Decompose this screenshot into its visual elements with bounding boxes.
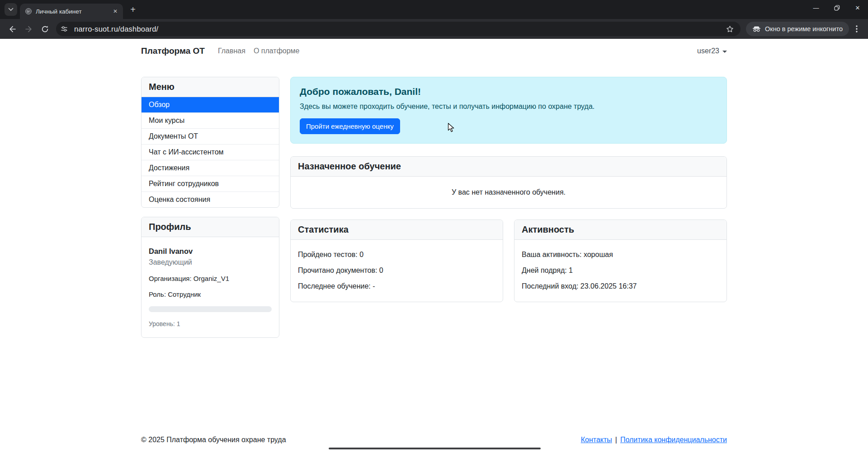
tab-close-button[interactable]: ✕ bbox=[111, 7, 119, 15]
chevron-down-icon bbox=[8, 8, 14, 11]
sidebar-menu-item[interactable]: Оценка состояния bbox=[142, 191, 279, 207]
assigned-training-title: Назначенное обучение bbox=[291, 157, 726, 177]
statistics-row: Пройдено тестов: 0 bbox=[298, 251, 495, 259]
statistics-row: Прочитано документов: 0 bbox=[298, 266, 495, 275]
assigned-training-empty: У вас нет назначенного обучения. bbox=[291, 177, 726, 208]
webpage: Платформа ОТ Главная О платформе user23 … bbox=[0, 39, 868, 453]
profile-role: Роль: Сотрудник bbox=[149, 290, 272, 298]
welcome-text: Здесь вы можете проходить обучение, тест… bbox=[300, 103, 717, 111]
sidebar-menu-item[interactable]: Чат с ИИ-ассистентом bbox=[142, 144, 279, 160]
activity-row: Последний вход: 23.06.2025 16:37 bbox=[522, 282, 719, 290]
arrow-right-icon bbox=[25, 25, 33, 33]
daily-assessment-button[interactable]: Пройти ежедневную оценку bbox=[300, 118, 400, 134]
profile-level: Уровень: 1 bbox=[149, 320, 272, 327]
statistics-title: Статистика bbox=[291, 220, 503, 240]
statistics-card: Статистика Пройдено тестов: 0Прочитано д… bbox=[290, 219, 503, 302]
footer-link-contacts[interactable]: Контакты bbox=[581, 436, 612, 444]
menu-card-title: Меню bbox=[142, 77, 279, 97]
menu-card: Меню Обзор Мои курсы Документы ОТ Чат с … bbox=[141, 77, 279, 208]
activity-title: Активность bbox=[514, 220, 726, 240]
window-restore-button[interactable] bbox=[826, 0, 847, 15]
profile-position: Заведующий bbox=[149, 258, 272, 266]
copyright-text: © 2025 Платформа обучения охране труда bbox=[141, 436, 286, 444]
arrow-left-icon bbox=[9, 25, 16, 33]
activity-row: Ваша активность: хорошая bbox=[522, 251, 719, 259]
level-progress-bar bbox=[149, 306, 272, 312]
site-navbar: Платформа ОТ Главная О платформе user23 bbox=[0, 39, 868, 62]
window-close-button[interactable]: ✕ bbox=[847, 0, 868, 15]
browser-tabstrip: Личный кабинет ✕ + — ✕ bbox=[0, 0, 868, 19]
profile-organization: Организация: Organiz_V1 bbox=[149, 275, 272, 282]
activity-card: Активность Ваша активность: хорошаяДней … bbox=[514, 219, 727, 302]
profile-name: Danil Ivanov bbox=[149, 247, 272, 256]
assigned-training-card: Назначенное обучение У вас нет назначенн… bbox=[290, 156, 727, 209]
browser-tab[interactable]: Личный кабинет ✕ bbox=[20, 4, 123, 19]
browser-toolbar: narro-suot.ru/dashboard/ Окно в режиме и… bbox=[0, 19, 868, 39]
bookmark-star-button[interactable] bbox=[723, 23, 736, 35]
caret-down-icon bbox=[722, 51, 727, 53]
statistics-row: Последнее обучение: - bbox=[298, 282, 495, 290]
brand-logo[interactable]: Платформа ОТ bbox=[141, 46, 205, 56]
profile-card: Профиль Danil Ivanov Заведующий Организа… bbox=[141, 217, 279, 338]
new-tab-button[interactable]: + bbox=[127, 3, 139, 16]
footer-link-privacy[interactable]: Политика конфиденциальности bbox=[620, 436, 727, 444]
incognito-label: Окно в режиме инкогнито bbox=[765, 25, 843, 33]
window-minimize-button[interactable]: — bbox=[806, 0, 826, 15]
page-content: Меню Обзор Мои курсы Документы ОТ Чат с … bbox=[0, 62, 868, 425]
profile-card-title: Профиль bbox=[142, 217, 279, 237]
main-column: Добро пожаловать, Danil! Здесь вы можете… bbox=[290, 77, 727, 302]
nav-link-home[interactable]: Главная bbox=[214, 47, 250, 55]
star-icon bbox=[726, 25, 734, 33]
sidebar-menu-item[interactable]: Достижения bbox=[142, 160, 279, 176]
forward-button[interactable] bbox=[21, 21, 36, 37]
restore-icon bbox=[834, 5, 840, 11]
nav-link-about[interactable]: О платформе bbox=[250, 47, 304, 55]
tab-search-button[interactable] bbox=[5, 3, 17, 16]
footer-separator: | bbox=[615, 436, 617, 444]
url-text[interactable]: narro-suot.ru/dashboard/ bbox=[74, 25, 723, 33]
taskbar-sliver bbox=[329, 448, 541, 449]
sidebar-menu-item[interactable]: Обзор bbox=[142, 97, 279, 112]
incognito-icon bbox=[752, 26, 761, 32]
sidebar-menu-item[interactable]: Мои курсы bbox=[142, 112, 279, 128]
address-bar[interactable]: narro-suot.ru/dashboard/ bbox=[56, 22, 741, 36]
back-button[interactable] bbox=[5, 21, 20, 37]
welcome-alert: Добро пожаловать, Danil! Здесь вы можете… bbox=[290, 77, 727, 144]
globe-favicon-icon bbox=[25, 8, 32, 15]
screen: Личный кабинет ✕ + — ✕ bbox=[0, 0, 868, 453]
sidebar-menu-list: Обзор Мои курсы Документы ОТ Чат с ИИ-ас… bbox=[142, 97, 279, 207]
tab-title: Личный кабинет bbox=[36, 8, 108, 15]
reload-icon bbox=[41, 25, 49, 33]
sidebar: Меню Обзор Мои курсы Документы ОТ Чат с … bbox=[141, 77, 279, 338]
kebab-menu-icon bbox=[856, 25, 858, 33]
sidebar-menu-item[interactable]: Документы ОТ bbox=[142, 128, 279, 144]
user-dropdown[interactable]: user23 bbox=[697, 47, 727, 55]
window-controls: — ✕ bbox=[806, 0, 868, 15]
welcome-title: Добро пожаловать, Danil! bbox=[300, 86, 717, 97]
incognito-badge: Окно в режиме инкогнито bbox=[746, 22, 849, 36]
reload-button[interactable] bbox=[37, 21, 52, 37]
activity-row: Дней подряд: 1 bbox=[522, 266, 719, 275]
user-name: user23 bbox=[697, 47, 719, 55]
site-settings-icon[interactable] bbox=[58, 23, 70, 35]
sidebar-menu-item[interactable]: Рейтинг сотрудников bbox=[142, 176, 279, 191]
browser-menu-button[interactable] bbox=[850, 22, 863, 36]
